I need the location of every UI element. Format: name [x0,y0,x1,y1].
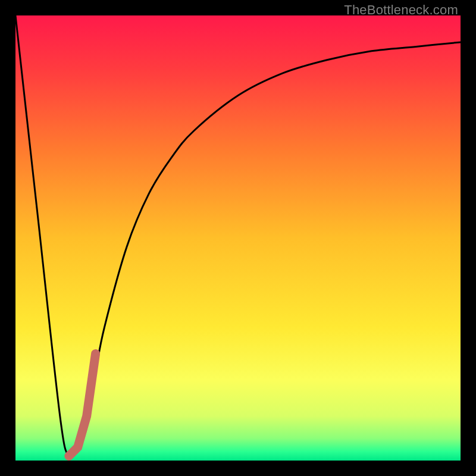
outer-frame: TheBottleneck.com [0,0,476,476]
plot-area [15,15,461,461]
curve-layer [15,15,461,461]
highlight-segment [69,354,96,456]
bottleneck-curve [15,15,461,458]
